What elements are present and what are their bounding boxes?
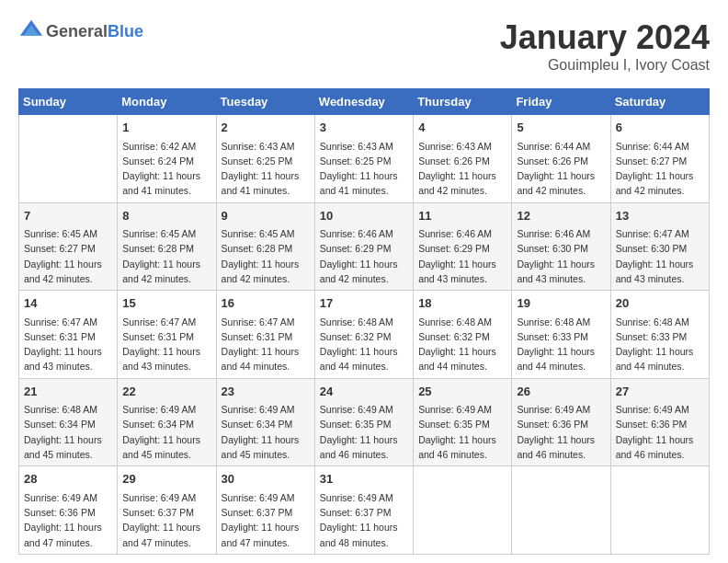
day-info: Sunrise: 6:49 AMSunset: 6:35 PMDaylight:… bbox=[320, 402, 408, 462]
calendar-cell: 27Sunrise: 6:49 AMSunset: 6:36 PMDayligh… bbox=[610, 378, 709, 466]
day-info: Sunrise: 6:42 AMSunset: 6:24 PMDaylight:… bbox=[122, 139, 210, 199]
calendar-cell: 22Sunrise: 6:49 AMSunset: 6:34 PMDayligh… bbox=[118, 378, 216, 466]
calendar-cell: 13Sunrise: 6:47 AMSunset: 6:30 PMDayligh… bbox=[610, 202, 709, 291]
day-info: Sunrise: 6:49 AMSunset: 6:34 PMDaylight:… bbox=[122, 402, 210, 462]
day-info: Sunrise: 6:49 AMSunset: 6:36 PMDaylight:… bbox=[616, 402, 704, 462]
day-number: 21 bbox=[24, 383, 112, 401]
day-info: Sunrise: 6:45 AMSunset: 6:28 PMDaylight:… bbox=[122, 226, 210, 286]
day-info: Sunrise: 6:44 AMSunset: 6:27 PMDaylight:… bbox=[616, 139, 704, 199]
day-info: Sunrise: 6:43 AMSunset: 6:25 PMDaylight:… bbox=[222, 139, 310, 199]
day-number: 28 bbox=[24, 470, 112, 488]
calendar-cell: 14Sunrise: 6:47 AMSunset: 6:31 PMDayligh… bbox=[19, 291, 118, 379]
calendar-cell: 6Sunrise: 6:44 AMSunset: 6:27 PMDaylight… bbox=[610, 115, 709, 203]
day-number: 23 bbox=[222, 383, 310, 401]
calendar-cell: 26Sunrise: 6:49 AMSunset: 6:36 PMDayligh… bbox=[512, 378, 610, 466]
calendar-week-row: 21Sunrise: 6:48 AMSunset: 6:34 PMDayligh… bbox=[19, 378, 710, 466]
day-number: 12 bbox=[517, 207, 605, 225]
calendar-cell: 5Sunrise: 6:44 AMSunset: 6:26 PMDaylight… bbox=[512, 115, 610, 203]
day-number: 4 bbox=[418, 119, 506, 137]
calendar-cell: 20Sunrise: 6:48 AMSunset: 6:33 PMDayligh… bbox=[610, 291, 709, 379]
day-number: 11 bbox=[418, 207, 506, 225]
day-number: 17 bbox=[320, 294, 408, 313]
day-info: Sunrise: 6:45 AMSunset: 6:28 PMDaylight:… bbox=[222, 226, 310, 286]
day-number: 16 bbox=[222, 294, 310, 313]
day-number: 26 bbox=[517, 383, 605, 401]
day-number: 7 bbox=[24, 207, 112, 225]
logo-general: General bbox=[46, 22, 108, 40]
day-info: Sunrise: 6:49 AMSunset: 6:34 PMDaylight:… bbox=[222, 402, 310, 462]
header-monday: Monday bbox=[118, 89, 216, 115]
day-info: Sunrise: 6:49 AMSunset: 6:36 PMDaylight:… bbox=[24, 490, 112, 550]
calendar-cell: 31Sunrise: 6:49 AMSunset: 6:37 PMDayligh… bbox=[314, 466, 413, 555]
calendar-cell: 25Sunrise: 6:49 AMSunset: 6:35 PMDayligh… bbox=[414, 378, 512, 466]
calendar-week-row: 28Sunrise: 6:49 AMSunset: 6:36 PMDayligh… bbox=[19, 466, 710, 555]
calendar-cell: 1Sunrise: 6:42 AMSunset: 6:24 PMDaylight… bbox=[118, 115, 216, 203]
day-number: 6 bbox=[616, 119, 704, 137]
day-number: 1 bbox=[122, 119, 210, 137]
day-number: 22 bbox=[122, 383, 210, 401]
calendar-cell: 10Sunrise: 6:46 AMSunset: 6:29 PMDayligh… bbox=[314, 202, 413, 291]
header-friday: Friday bbox=[512, 89, 610, 115]
calendar-cell: 11Sunrise: 6:46 AMSunset: 6:29 PMDayligh… bbox=[414, 202, 512, 291]
day-number: 2 bbox=[222, 119, 310, 137]
day-number: 30 bbox=[222, 470, 310, 488]
calendar-header-row: SundayMondayTuesdayWednesdayThursdayFrid… bbox=[19, 89, 710, 115]
calendar-cell: 8Sunrise: 6:45 AMSunset: 6:28 PMDaylight… bbox=[118, 202, 216, 291]
day-number: 9 bbox=[222, 207, 310, 225]
calendar-cell: 16Sunrise: 6:47 AMSunset: 6:31 PMDayligh… bbox=[216, 291, 314, 379]
day-number: 20 bbox=[616, 294, 704, 313]
logo-blue: Blue bbox=[108, 22, 143, 40]
day-number: 18 bbox=[418, 294, 506, 313]
day-info: Sunrise: 6:49 AMSunset: 6:37 PMDaylight:… bbox=[122, 490, 210, 550]
logo: GeneralBlue bbox=[18, 18, 143, 44]
calendar-cell bbox=[19, 115, 118, 203]
day-number: 27 bbox=[616, 383, 704, 401]
calendar-cell: 28Sunrise: 6:49 AMSunset: 6:36 PMDayligh… bbox=[19, 466, 118, 555]
logo-text: GeneralBlue bbox=[46, 22, 143, 41]
day-info: Sunrise: 6:43 AMSunset: 6:25 PMDaylight:… bbox=[320, 139, 408, 199]
calendar-cell bbox=[512, 466, 610, 555]
calendar-cell: 3Sunrise: 6:43 AMSunset: 6:25 PMDaylight… bbox=[314, 115, 413, 203]
day-info: Sunrise: 6:47 AMSunset: 6:31 PMDaylight:… bbox=[24, 315, 112, 374]
calendar-cell: 21Sunrise: 6:48 AMSunset: 6:34 PMDayligh… bbox=[19, 378, 118, 466]
day-info: Sunrise: 6:48 AMSunset: 6:34 PMDaylight:… bbox=[24, 402, 112, 462]
calendar-cell bbox=[414, 466, 512, 555]
day-number: 13 bbox=[616, 207, 704, 225]
calendar-body: 1Sunrise: 6:42 AMSunset: 6:24 PMDaylight… bbox=[19, 115, 710, 555]
day-info: Sunrise: 6:48 AMSunset: 6:33 PMDaylight:… bbox=[517, 315, 605, 374]
generalblue-logo-icon bbox=[18, 18, 44, 44]
calendar-cell: 17Sunrise: 6:48 AMSunset: 6:32 PMDayligh… bbox=[314, 291, 413, 379]
calendar-cell: 29Sunrise: 6:49 AMSunset: 6:37 PMDayligh… bbox=[118, 466, 216, 555]
header-thursday: Thursday bbox=[414, 89, 512, 115]
day-info: Sunrise: 6:45 AMSunset: 6:27 PMDaylight:… bbox=[24, 226, 112, 286]
day-number: 19 bbox=[517, 294, 605, 313]
day-number: 14 bbox=[24, 294, 112, 313]
day-info: Sunrise: 6:48 AMSunset: 6:32 PMDaylight:… bbox=[320, 315, 408, 374]
calendar-cell: 12Sunrise: 6:46 AMSunset: 6:30 PMDayligh… bbox=[512, 202, 610, 291]
calendar-cell: 7Sunrise: 6:45 AMSunset: 6:27 PMDaylight… bbox=[19, 202, 118, 291]
calendar-cell: 9Sunrise: 6:45 AMSunset: 6:28 PMDaylight… bbox=[216, 202, 314, 291]
calendar-week-row: 14Sunrise: 6:47 AMSunset: 6:31 PMDayligh… bbox=[19, 291, 710, 379]
day-number: 5 bbox=[517, 119, 605, 137]
calendar-week-row: 1Sunrise: 6:42 AMSunset: 6:24 PMDaylight… bbox=[19, 115, 710, 203]
day-info: Sunrise: 6:49 AMSunset: 6:36 PMDaylight:… bbox=[517, 402, 605, 462]
calendar-table: SundayMondayTuesdayWednesdayThursdayFrid… bbox=[18, 88, 710, 555]
day-number: 25 bbox=[418, 383, 506, 401]
page-header: GeneralBlue January 2024 Gouimpleu I, Iv… bbox=[18, 18, 710, 74]
day-info: Sunrise: 6:43 AMSunset: 6:26 PMDaylight:… bbox=[418, 139, 506, 199]
calendar-cell: 23Sunrise: 6:49 AMSunset: 6:34 PMDayligh… bbox=[216, 378, 314, 466]
day-info: Sunrise: 6:48 AMSunset: 6:32 PMDaylight:… bbox=[418, 315, 506, 374]
header-tuesday: Tuesday bbox=[216, 89, 314, 115]
day-number: 8 bbox=[122, 207, 210, 225]
day-info: Sunrise: 6:49 AMSunset: 6:37 PMDaylight:… bbox=[222, 490, 310, 550]
header-wednesday: Wednesday bbox=[314, 89, 413, 115]
day-info: Sunrise: 6:46 AMSunset: 6:29 PMDaylight:… bbox=[418, 226, 506, 286]
day-info: Sunrise: 6:47 AMSunset: 6:31 PMDaylight:… bbox=[222, 315, 310, 374]
calendar-cell: 18Sunrise: 6:48 AMSunset: 6:32 PMDayligh… bbox=[414, 291, 512, 379]
calendar-cell: 24Sunrise: 6:49 AMSunset: 6:35 PMDayligh… bbox=[314, 378, 413, 466]
day-info: Sunrise: 6:48 AMSunset: 6:33 PMDaylight:… bbox=[616, 315, 704, 374]
calendar-cell bbox=[610, 466, 709, 555]
day-number: 24 bbox=[320, 383, 408, 401]
day-number: 3 bbox=[320, 119, 408, 137]
day-number: 31 bbox=[320, 470, 408, 488]
